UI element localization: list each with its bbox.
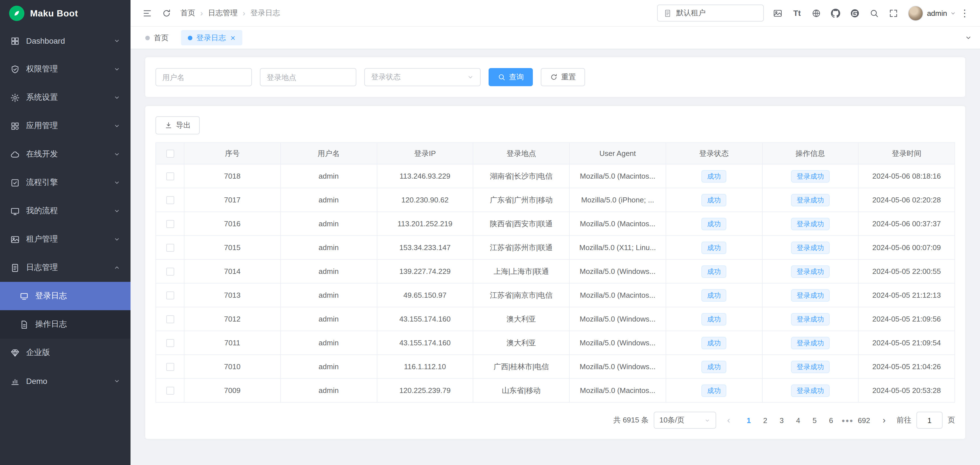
menu-item-label: 应用管理 (26, 121, 58, 131)
sidebar-submenu: 登录日志 操作日志 (0, 282, 130, 338)
table-row[interactable]: 7016 admin 113.201.252.219 陕西省|西安市|联通 Mo… (156, 212, 955, 236)
chevron-icon (113, 151, 120, 158)
sidebar-item-系统设置[interactable]: 系统设置 (0, 83, 130, 112)
cell-location: 江苏省|南京市|电信 (473, 283, 570, 307)
sidebar-item-我的流程[interactable]: 我的流程 (0, 197, 130, 225)
page-1[interactable]: 1 (741, 412, 756, 428)
user-name: admin (927, 9, 947, 17)
cell-operation: 登录成功 (762, 188, 859, 212)
search-icon[interactable] (864, 3, 884, 23)
next-page-button[interactable]: › (877, 412, 891, 428)
avatar[interactable] (908, 5, 923, 21)
login-location-input[interactable] (260, 68, 356, 86)
cell-operation: 登录成功 (762, 164, 859, 188)
menu-item-icon (10, 121, 20, 131)
sidebar-item-Dashboard[interactable]: Dashboard (0, 27, 130, 55)
table-row[interactable]: 7017 admin 120.230.90.62 广东省|广州市|移动 Mozi… (156, 188, 955, 212)
tab-home[interactable]: 首页 (138, 30, 175, 45)
cell-operation: 登录成功 (762, 259, 859, 283)
page-4[interactable]: 4 (791, 412, 806, 428)
total-count: 共 6915 条 (613, 415, 649, 425)
sidebar: Maku Boot Dashboard 权限管理 系统设置 应用管理 在线开发 … (0, 0, 130, 465)
login-status-select[interactable]: 登录状态 (364, 68, 480, 86)
table-row[interactable]: 7010 admin 116.1.112.10 广西|桂林市|电信 Mozill… (156, 355, 955, 379)
sidebar-item-应用管理[interactable]: 应用管理 (0, 112, 130, 140)
collapse-menu-icon[interactable] (137, 3, 157, 23)
status-badge: 成功 (702, 194, 726, 206)
table-row[interactable]: 7014 admin 139.227.74.229 上海|上海市|联通 Mozi… (156, 259, 955, 283)
cell-location: 广西|桂林市|电信 (473, 355, 570, 379)
col-header: 用户名 (281, 143, 377, 164)
page-2[interactable]: 2 (757, 412, 773, 428)
table-row[interactable]: 7011 admin 43.155.174.160 澳大利亚 Mozilla/5… (156, 331, 955, 355)
breadcrumb-log-management[interactable]: 日志管理 (208, 8, 237, 18)
prev-page-button[interactable]: ‹ (721, 412, 736, 428)
watermark-icon[interactable] (768, 3, 788, 23)
more-menu-icon[interactable]: ⋮ (956, 7, 973, 19)
tabs-dropdown-button[interactable] (956, 27, 980, 49)
sidebar-item-流程引擎[interactable]: 流程引擎 (0, 168, 130, 197)
breadcrumb-home[interactable]: 首页 (180, 8, 195, 18)
tab-login-log[interactable]: 登录日志 × (181, 30, 242, 45)
row-checkbox[interactable] (156, 331, 184, 355)
tab-label: 首页 (154, 33, 169, 43)
row-checkbox[interactable] (156, 188, 184, 212)
page-6[interactable]: 6 (823, 412, 839, 428)
goto-page-input[interactable] (916, 412, 943, 429)
menu-item-icon (10, 376, 20, 386)
row-checkbox[interactable] (156, 164, 184, 188)
status-badge: 成功 (702, 384, 726, 397)
row-checkbox[interactable] (156, 379, 184, 402)
page-size-select[interactable]: 10条/页 (654, 412, 716, 429)
page-last[interactable]: 692 (856, 412, 872, 428)
username-input[interactable] (156, 68, 252, 86)
search-icon (498, 73, 506, 81)
reset-button[interactable]: 重置 (541, 68, 585, 86)
page-5[interactable]: 5 (807, 412, 822, 428)
cell-user-agent: Mozilla/5.0 (Macintos... (570, 164, 666, 188)
table-row[interactable]: 7013 admin 49.65.150.97 江苏省|南京市|电信 Mozil… (156, 283, 955, 307)
fullscreen-icon[interactable] (884, 3, 903, 23)
cell-operation: 登录成功 (762, 331, 859, 355)
sidebar-item-租户管理[interactable]: 租户管理 (0, 225, 130, 254)
gitee-icon[interactable] (845, 3, 864, 23)
row-checkbox[interactable] (156, 307, 184, 331)
cell-time: 2024-05-06 08:18:16 (859, 164, 955, 188)
pages-more[interactable]: ●●● (840, 412, 855, 428)
font-size-icon[interactable]: Tt (788, 3, 807, 23)
row-checkbox[interactable] (156, 283, 184, 307)
sidebar-item-企业版[interactable]: 企业版 (0, 338, 130, 367)
table-row[interactable]: 7018 admin 113.246.93.229 湖南省|长沙市|电信 Moz… (156, 164, 955, 188)
sidebar-item-Demo[interactable]: Demo (0, 367, 130, 395)
user-menu[interactable]: admin (927, 9, 956, 17)
pagination: 共 6915 条 10条/页 ‹ 123456●●●692 › 前往 页 (156, 412, 955, 429)
table-row[interactable]: 7009 admin 120.225.239.79 山东省|移动 Mozilla… (156, 379, 955, 402)
github-icon[interactable] (826, 3, 845, 23)
cell-user-agent: Mozilla/5.0 (X11; Linu... (570, 236, 666, 259)
refresh-icon[interactable] (157, 3, 176, 23)
row-checkbox[interactable] (156, 355, 184, 379)
sidebar-subitem-登录日志[interactable]: 登录日志 (0, 282, 130, 310)
table-row[interactable]: 7015 admin 153.34.233.147 江苏省|苏州市|联通 Moz… (156, 236, 955, 259)
status-badge: 成功 (702, 241, 726, 254)
tabs-bar: 首页 登录日志 × (130, 27, 980, 49)
tab-close-icon[interactable]: × (231, 33, 235, 42)
select-all-checkbox[interactable] (156, 143, 184, 164)
language-icon[interactable] (807, 3, 826, 23)
sidebar-subitem-操作日志[interactable]: 操作日志 (0, 310, 130, 338)
row-checkbox[interactable] (156, 212, 184, 236)
sidebar-item-在线开发[interactable]: 在线开发 (0, 140, 130, 168)
export-button[interactable]: 导出 (156, 116, 200, 134)
menu-item-icon (10, 348, 20, 357)
tenant-select[interactable]: 默认租户 (657, 5, 764, 22)
app-logo[interactable]: Maku Boot (0, 0, 130, 27)
row-checkbox[interactable] (156, 259, 184, 283)
sidebar-item-权限管理[interactable]: 权限管理 (0, 55, 130, 83)
cell-operation: 登录成功 (762, 355, 859, 379)
table-row[interactable]: 7012 admin 43.155.174.160 澳大利亚 Mozilla/5… (156, 307, 955, 331)
page-3[interactable]: 3 (774, 412, 789, 428)
row-checkbox[interactable] (156, 236, 184, 259)
cell-ip: 120.230.90.62 (377, 188, 473, 212)
query-button[interactable]: 查询 (488, 68, 533, 86)
sidebar-item-日志管理[interactable]: 日志管理 (0, 254, 130, 282)
